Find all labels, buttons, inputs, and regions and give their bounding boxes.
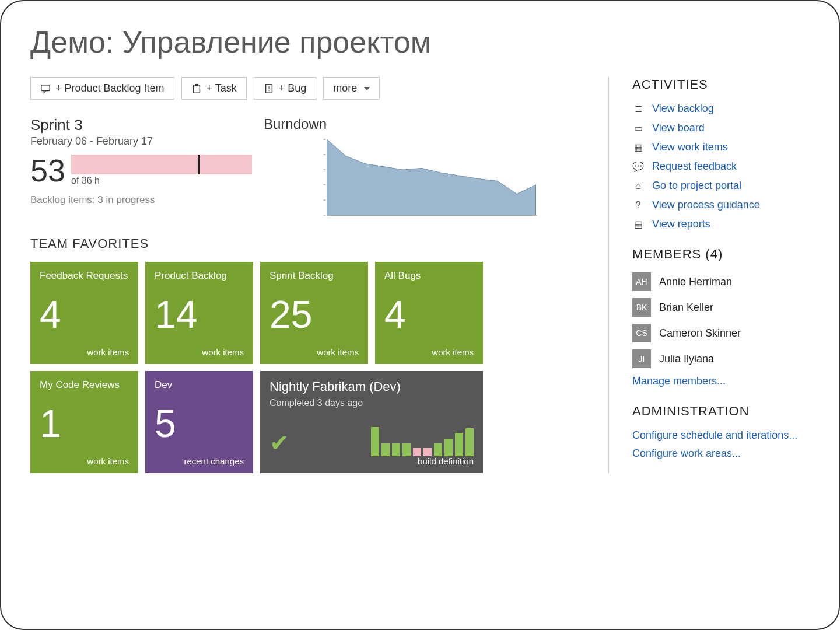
admin-link[interactable]: Configure schedule and iterations... bbox=[632, 429, 810, 442]
activity-item[interactable]: ≣View backlog bbox=[632, 103, 810, 115]
svg-rect-1 bbox=[193, 85, 200, 93]
spark-bar bbox=[413, 448, 421, 456]
tile-value: 5 bbox=[155, 404, 244, 443]
sprint-hours-number: 53 bbox=[30, 155, 65, 186]
member-name: Cameron Skinner bbox=[659, 327, 741, 340]
members-header: MEMBERS (4) bbox=[632, 247, 810, 262]
svg-text:!: ! bbox=[268, 85, 270, 92]
svg-rect-2 bbox=[195, 83, 198, 86]
members-list: AHAnnie HerrimanBKBrian KellerCSCameron … bbox=[632, 272, 810, 368]
member-item: BKBrian Keller bbox=[632, 298, 810, 317]
activity-item[interactable]: ?View process guidance bbox=[632, 199, 810, 211]
activity-item[interactable]: ▭View board bbox=[632, 122, 810, 134]
tile-title: Feedback Requests bbox=[40, 270, 129, 282]
admin-link[interactable]: Configure work areas... bbox=[632, 447, 810, 460]
tile-footer: work items bbox=[40, 347, 129, 357]
tile-title: Product Backlog bbox=[155, 270, 244, 282]
svg-rect-0 bbox=[41, 85, 50, 90]
tile-product-backlog[interactable]: Product Backlog14work items bbox=[145, 262, 253, 364]
tile-subtitle: Completed 3 days ago bbox=[270, 398, 474, 408]
tiles-grid: Feedback Requests4work itemsProduct Back… bbox=[30, 262, 591, 473]
add-product-backlog-item-button[interactable]: + Product Backlog Item bbox=[30, 77, 174, 100]
add-task-button[interactable]: + Task bbox=[181, 77, 247, 100]
activity-item[interactable]: ▦View work items bbox=[632, 141, 810, 153]
member-item: AHAnnie Herriman bbox=[632, 272, 810, 291]
admin-header: ADMINISTRATION bbox=[632, 404, 810, 419]
tile-title: Nightly Fabrikam (Dev) bbox=[270, 379, 474, 394]
team-favorites-header: TEAM FAVORITES bbox=[30, 236, 591, 251]
spark-bar bbox=[424, 448, 432, 456]
activity-link[interactable]: Request feedback bbox=[652, 160, 737, 173]
tile-footer: work items bbox=[270, 347, 359, 357]
tile-dev[interactable]: Dev5recent changes bbox=[145, 371, 253, 473]
sprint-dates: February 06 - February 17 bbox=[30, 135, 252, 148]
button-label: more bbox=[333, 82, 357, 94]
more-button[interactable]: more bbox=[323, 77, 380, 100]
feedback-icon: 💬 bbox=[632, 161, 644, 173]
check-icon: ✔ bbox=[270, 429, 289, 456]
tile-value: 1 bbox=[40, 404, 129, 443]
add-bug-button[interactable]: ! + Bug bbox=[254, 77, 317, 100]
activity-link[interactable]: View work items bbox=[652, 141, 728, 153]
activity-item[interactable]: 💬Request feedback bbox=[632, 160, 810, 173]
tile-feedback-requests[interactable]: Feedback Requests4work items bbox=[30, 262, 138, 364]
button-label: + Bug bbox=[279, 82, 307, 94]
build-sparkbars bbox=[371, 421, 474, 456]
activity-link[interactable]: View process guidance bbox=[652, 199, 760, 211]
tile-all-bugs[interactable]: All Bugs4work items bbox=[375, 262, 483, 364]
help-icon: ? bbox=[632, 200, 644, 211]
activities-header: ACTIVITIES bbox=[632, 77, 810, 92]
burndown-chart[interactable] bbox=[264, 136, 591, 223]
tile-build-definition[interactable]: Nightly Fabrikam (Dev)Completed 3 days a… bbox=[260, 371, 483, 473]
avatar: JI bbox=[632, 349, 651, 368]
capacity-bar-mark bbox=[198, 155, 200, 174]
tile-value: 4 bbox=[40, 295, 129, 334]
spark-bar bbox=[466, 428, 474, 456]
chat-icon bbox=[40, 83, 51, 94]
tile-footer: work items bbox=[155, 347, 244, 357]
spark-bar bbox=[392, 443, 400, 456]
spark-bar bbox=[382, 443, 390, 456]
activity-link[interactable]: Go to project portal bbox=[652, 180, 741, 192]
button-label: + Task bbox=[206, 82, 237, 94]
spark-bar bbox=[455, 433, 463, 456]
member-item: CSCameron Skinner bbox=[632, 324, 810, 342]
report-icon: ▤ bbox=[632, 219, 644, 230]
tile-footer: recent changes bbox=[155, 456, 244, 466]
tile-title: All Bugs bbox=[384, 270, 474, 282]
capacity-bar bbox=[71, 155, 252, 174]
activity-link[interactable]: View backlog bbox=[652, 103, 714, 115]
spark-bar bbox=[371, 427, 379, 456]
list-icon: ≣ bbox=[632, 103, 644, 115]
chevron-down-icon bbox=[364, 87, 370, 90]
tile-title: Sprint Backlog bbox=[270, 270, 359, 282]
activities-list: ≣View backlog▭View board▦View work items… bbox=[632, 103, 810, 230]
tile-sprint-backlog[interactable]: Sprint Backlog25work items bbox=[260, 262, 368, 364]
tile-title: Dev bbox=[155, 379, 244, 391]
avatar: BK bbox=[632, 298, 651, 317]
avatar: CS bbox=[632, 324, 651, 342]
tile-footer: work items bbox=[40, 456, 129, 466]
spark-bar bbox=[402, 443, 411, 456]
button-label: + Product Backlog Item bbox=[55, 82, 164, 94]
burndown-panel: Burndown bbox=[264, 116, 591, 226]
portal-icon: ⌂ bbox=[632, 180, 644, 192]
slide-title: Демо: Управление проектом bbox=[30, 24, 810, 60]
manage-members-link[interactable]: Manage members... bbox=[632, 375, 810, 387]
activity-item[interactable]: ⌂Go to project portal bbox=[632, 180, 810, 192]
tile-value: 14 bbox=[155, 295, 244, 334]
spark-bar bbox=[434, 443, 442, 456]
member-name: Julia Ilyiana bbox=[659, 353, 714, 365]
tile-value: 25 bbox=[270, 295, 359, 334]
member-name: Brian Keller bbox=[659, 302, 713, 314]
burndown-title: Burndown bbox=[264, 116, 591, 132]
toolbar: + Product Backlog Item + Task ! + Bug mo… bbox=[30, 77, 591, 100]
spark-bar bbox=[444, 439, 453, 456]
activity-item[interactable]: ▤View reports bbox=[632, 218, 810, 230]
capacity-label: of 36 h bbox=[71, 176, 252, 186]
activity-link[interactable]: View board bbox=[652, 122, 705, 134]
activity-link[interactable]: View reports bbox=[652, 218, 710, 230]
tile-value: 4 bbox=[384, 295, 474, 334]
sprint-title: Sprint 3 bbox=[30, 116, 252, 134]
tile-my-code-reviews[interactable]: My Code Reviews1work items bbox=[30, 371, 138, 473]
